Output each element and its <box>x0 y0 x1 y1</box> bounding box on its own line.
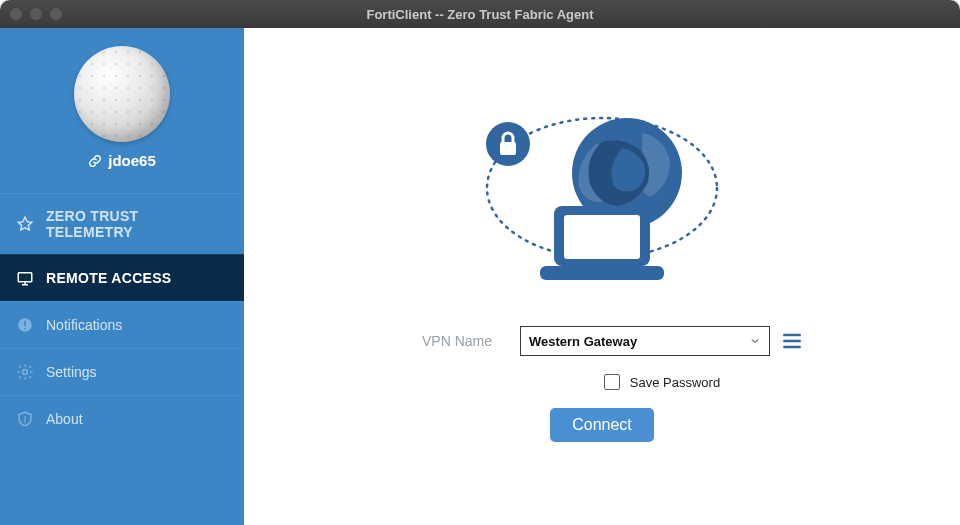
link-icon <box>88 154 102 168</box>
about-icon <box>16 410 34 428</box>
vpn-name-value: Western Gateway <box>529 334 637 349</box>
svg-rect-6 <box>24 419 25 423</box>
app-window: FortiClient -- Zero Trust Fabric Agent j… <box>0 0 960 525</box>
avatar[interactable] <box>74 46 170 142</box>
svg-point-4 <box>23 370 28 375</box>
nav-label: REMOTE ACCESS <box>46 270 172 286</box>
sidebar-item-remote-access[interactable]: REMOTE ACCESS <box>0 254 244 301</box>
svg-rect-9 <box>500 142 516 155</box>
svg-point-5 <box>24 417 26 419</box>
zoom-window-button[interactable] <box>50 8 62 20</box>
profile: jdoe65 <box>0 28 244 183</box>
vpn-illustration <box>284 78 920 298</box>
nav: ZERO TRUST TELEMETRY REMOTE ACCESS <box>0 193 244 442</box>
sidebar-item-about[interactable]: About <box>0 395 244 442</box>
titlebar: FortiClient -- Zero Trust Fabric Agent <box>0 0 960 28</box>
svg-rect-15 <box>783 340 801 343</box>
svg-rect-0 <box>18 273 32 282</box>
nav-label: Notifications <box>46 317 122 333</box>
remote-access-icon <box>16 269 34 287</box>
nav-label: Settings <box>46 364 97 380</box>
nav-label: ZERO TRUST TELEMETRY <box>46 208 228 240</box>
svg-rect-14 <box>783 334 801 337</box>
telemetry-icon <box>16 215 34 233</box>
svg-rect-13 <box>540 266 664 280</box>
window-title: FortiClient -- Zero Trust Fabric Agent <box>0 7 960 22</box>
vpn-form: VPN Name Western Gateway <box>284 326 920 442</box>
main-panel: VPN Name Western Gateway <box>244 28 960 525</box>
svg-rect-3 <box>24 328 26 330</box>
avatar-texture <box>74 46 170 142</box>
connect-button[interactable]: Connect <box>550 408 654 442</box>
nav-label: About <box>46 411 83 427</box>
vpn-name-select[interactable]: Western Gateway <box>520 326 770 356</box>
notification-icon <box>16 316 34 334</box>
username-text: jdoe65 <box>108 152 156 169</box>
svg-rect-16 <box>783 346 801 349</box>
username: jdoe65 <box>88 152 156 169</box>
body: jdoe65 ZERO TRUST TELEMETRY <box>0 28 960 525</box>
vpn-select-wrap: Western Gateway <box>520 326 802 356</box>
save-password-row: Save Password <box>604 374 720 390</box>
sidebar-item-notifications[interactable]: Notifications <box>0 301 244 348</box>
vpn-name-label: VPN Name <box>402 333 492 349</box>
close-window-button[interactable] <box>10 8 22 20</box>
chevron-down-icon <box>749 335 761 347</box>
gear-icon <box>16 363 34 381</box>
sidebar: jdoe65 ZERO TRUST TELEMETRY <box>0 28 244 525</box>
svg-rect-12 <box>564 215 640 259</box>
traffic-lights <box>10 8 62 20</box>
minimize-window-button[interactable] <box>30 8 42 20</box>
sidebar-item-zero-trust-telemetry[interactable]: ZERO TRUST TELEMETRY <box>0 193 244 254</box>
vpn-menu-button[interactable] <box>782 333 802 349</box>
save-password-checkbox[interactable] <box>604 374 620 390</box>
save-password-label: Save Password <box>630 375 720 390</box>
sidebar-item-settings[interactable]: Settings <box>0 348 244 395</box>
svg-rect-2 <box>24 321 26 327</box>
vpn-name-row: VPN Name Western Gateway <box>402 326 802 356</box>
